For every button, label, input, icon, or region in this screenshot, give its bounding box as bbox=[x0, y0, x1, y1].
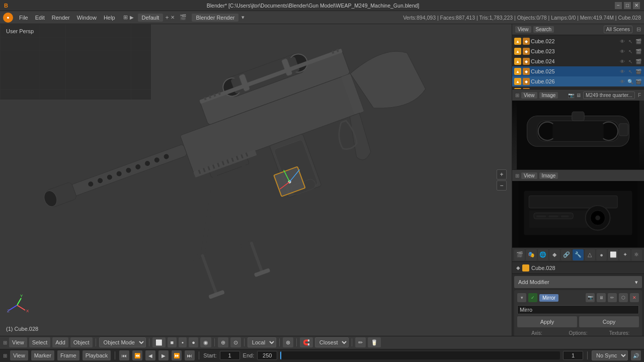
maximize-button[interactable]: □ bbox=[624, 2, 631, 9]
prev-keyframe-button[interactable]: ⏪ bbox=[132, 350, 142, 360]
outliner-item-4[interactable]: ▲ ◆ Cube.026 👁 🔍 🎬 bbox=[512, 76, 644, 86]
snap-toggle-button[interactable]: 🧲 bbox=[300, 337, 313, 347]
prop-render-icon[interactable]: 🎬 bbox=[514, 249, 525, 260]
item-search-4[interactable]: 🔍 bbox=[627, 78, 634, 85]
transform-select[interactable]: Local bbox=[248, 337, 276, 347]
prop-physics-icon[interactable]: ⚛ bbox=[631, 249, 642, 260]
render-engine-dropdown[interactable]: ▾ bbox=[242, 14, 245, 21]
preview-1-icon[interactable]: ⊞ bbox=[515, 93, 519, 98]
outliner-item-2[interactable]: ▲ ◆ Cube.024 👁 ↖ 🎬 bbox=[512, 56, 644, 66]
preview-2-icon[interactable]: ⊞ bbox=[515, 173, 519, 178]
menu-item-render[interactable]: Render bbox=[49, 14, 73, 22]
item-render-4[interactable]: 🎬 bbox=[635, 78, 642, 85]
item-visible-4[interactable]: 👁 bbox=[619, 78, 626, 85]
shading-material-button[interactable]: ● bbox=[189, 337, 198, 347]
preview-view-button-2[interactable]: View bbox=[521, 172, 537, 179]
modifier-camera-toggle[interactable]: 📷 bbox=[586, 293, 595, 302]
modifier-expand-toggle[interactable]: ▾ bbox=[517, 293, 526, 302]
onion-button[interactable]: 🥛 bbox=[368, 337, 381, 347]
viewport-3d[interactable]: User Persp X Y Z (1) Cube.028 + − bbox=[0, 24, 512, 336]
modifier-copy-button[interactable]: Copy bbox=[579, 316, 639, 327]
outliner-item-0[interactable]: ▲ ◆ Cube.022 👁 ↖ 🎬 bbox=[512, 36, 644, 46]
outliner-view-button[interactable]: View bbox=[515, 26, 531, 33]
modifier-name-input[interactable] bbox=[517, 305, 639, 314]
zoom-in-button[interactable]: + bbox=[497, 169, 507, 179]
outliner-expand-icon[interactable]: ⊟ bbox=[636, 26, 641, 33]
prop-modifier-icon[interactable]: 🔧 bbox=[573, 249, 583, 260]
outliner-item-3[interactable]: ▲ ◆ Cube.025 👁 ↖ 🎬 bbox=[512, 66, 644, 76]
properties-scrollable[interactable]: Add Modifier ▾ ▾ ✓ Mirror 📷 🖥 bbox=[512, 274, 644, 336]
workspace-selector[interactable]: ⊞ ▶ Default + ✕ bbox=[123, 14, 175, 22]
object-mode-select[interactable]: Object Mode bbox=[99, 337, 146, 347]
zoom-out-button[interactable]: − bbox=[497, 180, 507, 191]
item-pointer-3[interactable]: ↖ bbox=[627, 68, 634, 75]
play-button[interactable]: ▶ bbox=[158, 350, 169, 360]
jump-end-button[interactable]: ⏭ bbox=[185, 350, 195, 360]
menu-item-edit[interactable]: Edit bbox=[32, 14, 48, 22]
toolbar-add-button[interactable]: Add bbox=[52, 337, 68, 347]
close-button[interactable]: ✕ bbox=[633, 2, 640, 9]
prop-particles-icon[interactable]: ✦ bbox=[619, 249, 630, 260]
prop-world-icon[interactable]: 🌐 bbox=[538, 249, 548, 260]
scene-selector[interactable]: All Scenes bbox=[604, 26, 632, 33]
workspace-name[interactable]: Default bbox=[138, 14, 164, 22]
modifier-enable-toggle[interactable]: ✓ bbox=[528, 293, 537, 302]
prop-texture-icon[interactable]: ⬜ bbox=[608, 249, 618, 260]
timeline-track[interactable] bbox=[280, 351, 560, 359]
play-reverse-button[interactable]: ◀ bbox=[145, 350, 155, 360]
next-keyframe-button[interactable]: ⏩ bbox=[172, 350, 182, 360]
toolbar-object-button[interactable]: Object bbox=[70, 337, 93, 347]
shading-wireframe-button[interactable]: ⬜ bbox=[152, 337, 166, 347]
sync-select[interactable]: No Sync bbox=[592, 350, 628, 360]
outliner-item-1[interactable]: ▲ ◆ Cube.023 👁 ↖ 🎬 bbox=[512, 46, 644, 56]
render-engine[interactable]: Blender Render bbox=[192, 14, 238, 22]
pivot-button[interactable]: ⊙ bbox=[230, 337, 241, 347]
item-visible-3[interactable]: 👁 bbox=[619, 68, 626, 75]
preview-view-button-1[interactable]: View bbox=[521, 92, 537, 99]
modifier-apply-button[interactable]: Apply bbox=[517, 316, 577, 327]
modifier-delete-toggle[interactable]: ✕ bbox=[630, 293, 639, 302]
item-pointer-0[interactable]: ↖ bbox=[627, 38, 634, 45]
timeline-view-button[interactable]: View bbox=[10, 350, 28, 360]
current-frame-input[interactable] bbox=[563, 351, 583, 360]
workspace-add-icon[interactable]: + bbox=[165, 14, 169, 21]
modifier-edit-toggle[interactable]: ✏ bbox=[608, 293, 617, 302]
outliner-search-button[interactable]: Search bbox=[533, 26, 554, 33]
transform-global-button[interactable]: ⊕ bbox=[218, 337, 228, 347]
shading-rendered-button[interactable]: ◉ bbox=[200, 337, 211, 347]
timeline-frame-button[interactable]: Frame bbox=[57, 350, 79, 360]
item-render-0[interactable]: 🎬 bbox=[635, 38, 642, 45]
jump-start-button[interactable]: ⏮ bbox=[119, 350, 129, 360]
item-pointer-2[interactable]: ↖ bbox=[627, 58, 634, 65]
toolbar-select-button[interactable]: Select bbox=[29, 337, 51, 347]
item-visible-2[interactable]: 👁 bbox=[619, 58, 626, 65]
menu-item-file[interactable]: File bbox=[16, 14, 31, 22]
start-frame-input[interactable] bbox=[220, 351, 240, 360]
grease-pencil-button[interactable]: ✏ bbox=[355, 337, 366, 347]
item-visible-0[interactable]: 👁 bbox=[619, 38, 626, 45]
prop-data-icon[interactable]: △ bbox=[585, 249, 595, 260]
prop-constraints-icon[interactable]: 🔗 bbox=[561, 249, 572, 260]
modifier-render-toggle[interactable]: 🖥 bbox=[597, 293, 606, 302]
proportional-button[interactable]: ⊗ bbox=[283, 337, 293, 347]
item-camera-1[interactable]: 🎬 bbox=[635, 48, 642, 55]
timeline-marker-button[interactable]: Marker bbox=[31, 350, 54, 360]
audio-button[interactable]: 🔊 bbox=[631, 350, 641, 360]
shading-texture-button[interactable]: ▪ bbox=[179, 337, 187, 347]
image-name-dropdown[interactable]: M249 three quarter... bbox=[583, 92, 635, 99]
prop-object-icon[interactable]: ◆ bbox=[549, 249, 560, 260]
item-render-3[interactable]: 🎬 bbox=[635, 68, 642, 75]
modifier-type-button[interactable]: Mirror bbox=[539, 294, 558, 302]
shading-solid-button[interactable]: ■ bbox=[168, 337, 177, 347]
snap-select[interactable]: Closest bbox=[315, 337, 349, 347]
item-render-2[interactable]: 🎬 bbox=[635, 58, 642, 65]
modifier-cage-toggle[interactable]: ⬡ bbox=[619, 293, 628, 302]
toolbar-view-button[interactable]: View bbox=[9, 337, 27, 347]
prop-material-icon[interactable]: ● bbox=[596, 249, 607, 260]
menu-item-window[interactable]: Window bbox=[74, 14, 100, 22]
prop-scene-icon[interactable]: 🎭 bbox=[526, 249, 536, 260]
timeline-playback-button[interactable]: Playback bbox=[83, 350, 111, 360]
menu-item-help[interactable]: Help bbox=[101, 14, 118, 22]
add-modifier-button[interactable]: Add Modifier ▾ bbox=[514, 276, 642, 288]
end-frame-input[interactable] bbox=[257, 351, 277, 360]
